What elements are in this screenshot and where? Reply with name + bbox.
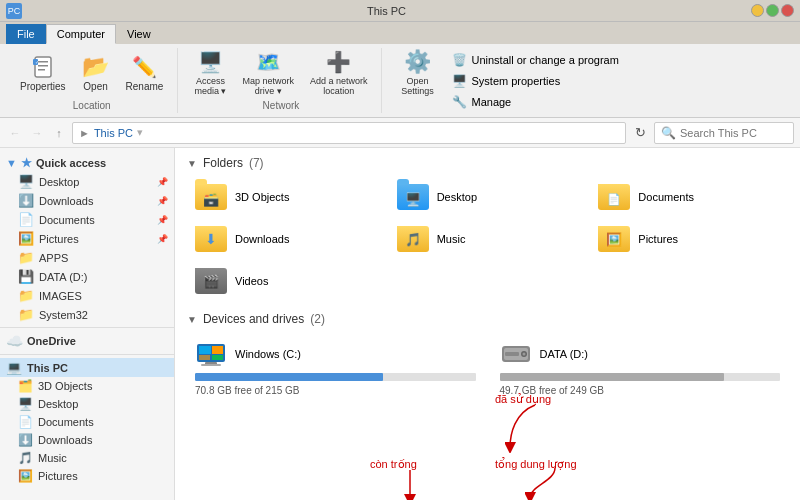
apps-icon: 📁 xyxy=(18,250,34,265)
sidebar-item-desktop[interactable]: 🖥️ Desktop xyxy=(0,395,174,413)
drive-c-progress xyxy=(195,373,476,381)
tab-computer[interactable]: Computer xyxy=(46,24,116,44)
system-properties-button[interactable]: 🖥️ System properties xyxy=(448,72,622,90)
sidebar-item-downloads-quick[interactable]: ⬇️ Downloads 📌 xyxy=(0,191,174,210)
music-icon: 🎵 xyxy=(18,451,33,465)
svg-point-16 xyxy=(522,353,525,356)
sidebar-item-apps[interactable]: 📁 APPS xyxy=(0,248,174,267)
uninstall-button[interactable]: 🗑️ Uninstall or change a program xyxy=(448,51,622,69)
folder-videos[interactable]: 🎬 Videos xyxy=(187,262,385,300)
drive-c[interactable]: Windows (C:) 70.8 GB free of 215 GB xyxy=(187,334,484,402)
manage-button[interactable]: 🔧 Manage xyxy=(448,93,622,111)
folders-count: (7) xyxy=(249,156,264,170)
open-settings-button[interactable]: ⚙️ OpenSettings xyxy=(392,48,442,98)
drive-d-name: DATA (D:) xyxy=(540,348,588,360)
svg-rect-1 xyxy=(38,61,48,63)
pictures-label: Pictures xyxy=(39,233,79,245)
annotation-con-trong: còn trống xyxy=(370,458,417,471)
sidebar-item-data-d[interactable]: 💾 DATA (D:) xyxy=(0,267,174,286)
svg-rect-8 xyxy=(212,346,223,354)
open-button[interactable]: 📂 Open xyxy=(76,53,116,94)
minimize-button[interactable] xyxy=(751,4,764,17)
tab-file[interactable]: File xyxy=(6,24,46,44)
maximize-button[interactable] xyxy=(766,4,779,17)
drives-count: (2) xyxy=(310,312,325,326)
folder-desktop-label: Desktop xyxy=(437,191,477,203)
svg-rect-9 xyxy=(199,355,210,360)
sidebar-item-downloads[interactable]: ⬇️ Downloads xyxy=(0,431,174,449)
forward-button[interactable]: → xyxy=(28,124,46,142)
quick-access-header[interactable]: ▼ ★ Quick access xyxy=(0,154,174,172)
ribbon-group-location: ✓ Properties 📂 Open ✏️ Rename Location xyxy=(6,48,178,113)
properties-label: Properties xyxy=(20,81,66,92)
folder-desktop-icon: 🖥️ xyxy=(397,184,429,210)
window-controls xyxy=(751,4,794,17)
sidebar-item-images[interactable]: 📁 IMAGES xyxy=(0,286,174,305)
close-button[interactable] xyxy=(781,4,794,17)
folder-documents[interactable]: 📄 Documents xyxy=(590,178,788,216)
system-properties-label: System properties xyxy=(471,75,560,87)
ribbon: File Computer View ✓ Properties 📂 Open ✏… xyxy=(0,22,800,118)
title-bar: PC This PC xyxy=(0,0,800,22)
sidebar-item-documents[interactable]: 📄 Documents xyxy=(0,413,174,431)
drives-title: Devices and drives xyxy=(203,312,304,326)
search-bar[interactable]: 🔍 xyxy=(654,122,794,144)
svg-rect-12 xyxy=(201,364,221,366)
folder-3d-objects[interactable]: 🗃️ 3D Objects xyxy=(187,178,385,216)
sidebar-item-3d-objects[interactable]: 🗂️ 3D Objects xyxy=(0,377,174,395)
ribbon-group-network-items: 🖥️ Accessmedia ▾ 🗺️ Map networkdrive ▾ ➕… xyxy=(188,48,373,98)
address-bar[interactable]: ► This PC ▾ xyxy=(72,122,626,144)
svg-rect-7 xyxy=(199,346,211,354)
music-label: Music xyxy=(38,452,67,464)
svg-rect-3 xyxy=(38,69,45,71)
uninstall-icon: 🗑️ xyxy=(452,53,467,67)
sidebar-item-pictures-quick[interactable]: 🖼️ Pictures 📌 xyxy=(0,229,174,248)
manage-label: Manage xyxy=(471,96,511,108)
access-media-button[interactable]: 🖥️ Accessmedia ▾ xyxy=(188,48,232,98)
map-drive-button[interactable]: 🗺️ Map networkdrive ▾ xyxy=(236,48,300,98)
path-item-thispc[interactable]: This PC xyxy=(94,127,133,139)
main-area: ▼ ★ Quick access 🖥️ Desktop 📌 ⬇️ Downloa… xyxy=(0,148,800,500)
rename-icon: ✏️ xyxy=(132,55,156,79)
search-input[interactable] xyxy=(680,127,787,139)
back-button[interactable]: ← xyxy=(6,124,24,142)
images-icon: 📁 xyxy=(18,288,34,303)
add-network-label: Add a networklocation xyxy=(310,76,368,96)
add-network-button[interactable]: ➕ Add a networklocation xyxy=(304,48,374,98)
apps-label: APPS xyxy=(39,252,68,264)
folder-pictures-label: Pictures xyxy=(638,233,678,245)
properties-button[interactable]: ✓ Properties xyxy=(14,53,72,94)
drive-c-name: Windows (C:) xyxy=(235,348,301,360)
ribbon-group-system: ⚙️ OpenSettings 🗑️ Uninstall or change a… xyxy=(384,48,630,113)
refresh-button[interactable]: ↻ xyxy=(630,123,650,143)
rename-button[interactable]: ✏️ Rename xyxy=(120,53,170,94)
sidebar-item-documents-quick[interactable]: 📄 Documents 📌 xyxy=(0,210,174,229)
folder-downloads[interactable]: ⬇ Downloads xyxy=(187,220,385,258)
sidebar-item-this-pc[interactable]: 💻 This PC xyxy=(0,358,174,377)
folder-music[interactable]: 🎵 Music xyxy=(389,220,587,258)
drive-d-fill xyxy=(500,373,724,381)
path-arrow: ► xyxy=(79,127,90,139)
pictures2-label: Pictures xyxy=(38,470,78,482)
folder-downloads-label: Downloads xyxy=(235,233,289,245)
this-pc-icon: 💻 xyxy=(6,360,22,375)
drive-d[interactable]: DATA (D:) 49.7 GB free of 249 GB xyxy=(492,334,789,402)
sidebar-item-music[interactable]: 🎵 Music xyxy=(0,449,174,467)
sidebar-item-pictures[interactable]: 🖼️ Pictures xyxy=(0,467,174,485)
uninstall-label: Uninstall or change a program xyxy=(471,54,618,66)
drive-d-progress xyxy=(500,373,781,381)
svg-text:✓: ✓ xyxy=(34,59,38,65)
rename-label: Rename xyxy=(126,81,164,92)
onedrive-label: OneDrive xyxy=(27,335,76,347)
up-button[interactable]: ↑ xyxy=(50,124,68,142)
folders-chevron: ▼ xyxy=(187,158,197,169)
onedrive-header[interactable]: ☁️ OneDrive xyxy=(0,331,174,351)
folder-desktop[interactable]: 🖥️ Desktop xyxy=(389,178,587,216)
open-settings-label: OpenSettings xyxy=(401,76,434,96)
sidebar-item-system32[interactable]: 📁 System32 xyxy=(0,305,174,324)
sidebar-item-desktop-quick[interactable]: 🖥️ Desktop 📌 xyxy=(0,172,174,191)
access-media-label: Accessmedia ▾ xyxy=(194,76,226,96)
open-label: Open xyxy=(83,81,107,92)
folder-pictures[interactable]: 🖼️ Pictures xyxy=(590,220,788,258)
tab-view[interactable]: View xyxy=(116,24,162,44)
